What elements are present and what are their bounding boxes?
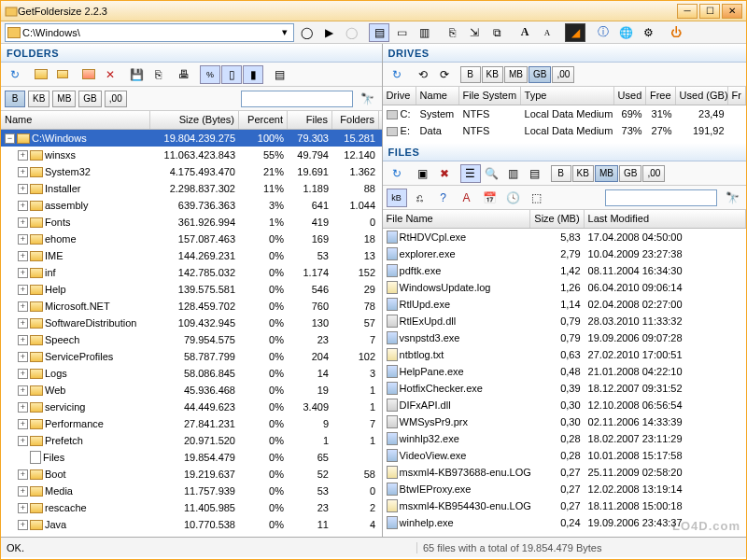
folder-row[interactable]: Media11.757.9390%530 (1, 483, 382, 499)
file-row[interactable]: DIFxAPI.dll0,3012.10.2008 06:56:54 (383, 397, 746, 413)
expander-icon[interactable] (18, 385, 28, 396)
file-row[interactable]: ntbtlog.txt0,6327.02.2010 17:00:51 (383, 346, 746, 363)
files-delete-button[interactable]: ✖ (434, 164, 455, 183)
filter-ext-button[interactable]: ⎌ (410, 189, 430, 207)
folder-row[interactable]: Logs58.086.8450%143 (1, 365, 382, 382)
file-row[interactable]: HotfixChecker.exe0,3918.12.2007 09:31:52 (383, 380, 746, 397)
bar-view-button[interactable]: ▯ (221, 65, 242, 84)
files-list-button[interactable]: ▤ (525, 164, 545, 183)
view-list-button[interactable]: ▭ (391, 23, 412, 42)
view-tree-button[interactable]: ▤ (369, 23, 389, 42)
expander-icon[interactable] (18, 167, 28, 177)
refresh-button[interactable]: ↻ (5, 65, 25, 84)
col-free-gb[interactable]: Fr (728, 87, 746, 105)
expander-icon[interactable] (18, 268, 28, 278)
folder-row[interactable]: rescache11.405.9850%232 (1, 499, 382, 516)
expander-icon[interactable] (18, 234, 28, 245)
files-unit-b[interactable]: B (551, 165, 571, 182)
folder-row[interactable]: winsxs11.063.423.84355%49.79412.140 (1, 147, 382, 163)
expander-icon[interactable] (5, 133, 15, 144)
folder-row[interactable]: Speech79.954.5750%237 (1, 331, 382, 348)
col-name[interactable]: Name (1, 111, 150, 129)
folder-row[interactable]: ServiceProfiles58.787.7990%204102 (1, 348, 382, 365)
folder-row[interactable]: IME144.269.2310%5313 (1, 247, 382, 264)
settings-button[interactable]: ⚙ (638, 23, 658, 42)
expander-icon[interactable] (18, 184, 28, 194)
expander-icon[interactable] (18, 419, 28, 429)
stop-button[interactable]: ◯ (341, 23, 361, 42)
folder-row[interactable]: servicing44.449.6230%3.4091 (1, 399, 382, 415)
col-filesize[interactable]: Size (MB) (530, 210, 585, 228)
folder-row[interactable]: C:\Windows19.804.239.275100%79.30315.281 (1, 130, 382, 147)
folder-row[interactable]: inf142.785.0320%1.174152 (1, 264, 382, 281)
file-row[interactable]: msxml4-KB954430-enu.LOG0,2718.11.2008 15… (383, 497, 746, 514)
files-unit-dec[interactable]: ,00 (642, 165, 665, 182)
folder-row[interactable]: Installer2.298.837.30211%1.18988 (1, 180, 382, 197)
folder-row[interactable]: Performance27.841.2310%97 (1, 415, 382, 432)
parent-folder-button[interactable] (52, 65, 73, 84)
expander-icon[interactable] (18, 402, 28, 413)
col-folders[interactable]: Folders (332, 111, 379, 129)
drives-refresh-button[interactable]: ↻ (387, 65, 407, 84)
path-input[interactable]: C:\Windows\ ▾ (5, 23, 294, 42)
file-row[interactable]: explorer.exe2,7910.04.2009 23:27:38 (383, 245, 746, 262)
col-modified[interactable]: Last Modified (585, 210, 746, 228)
file-row[interactable]: winhlp32.exe0,2818.02.2007 23:11:29 (383, 430, 746, 447)
drives-unit-dec[interactable]: ,00 (552, 66, 574, 83)
drives-disconnect-button[interactable]: ⟳ (434, 65, 455, 84)
drives-unit-kb[interactable]: KB (482, 66, 503, 83)
file-row[interactable]: VideoView.exe0,2810.01.2008 15:17:58 (383, 447, 746, 464)
files-unit-mb[interactable]: MB (595, 165, 618, 182)
drives-unit-b[interactable]: B (460, 66, 481, 83)
expander-icon[interactable] (18, 352, 28, 362)
folder-row[interactable]: Fonts361.926.9941%4190 (1, 214, 382, 231)
options-button[interactable]: ▤ (269, 65, 289, 84)
info-button[interactable]: ⓘ (593, 23, 613, 42)
folder-row[interactable]: Help139.575.5810%54629 (1, 281, 382, 298)
files-open-button[interactable]: ▣ (413, 164, 433, 183)
folder-row[interactable]: AppPatch9.106.4740%111 (1, 533, 382, 537)
expander-icon[interactable] (18, 318, 28, 329)
file-row[interactable]: HelpPane.exe0,4821.01.2008 04:22:10 (383, 363, 746, 380)
expander-icon[interactable] (18, 251, 28, 261)
col-free[interactable]: Free (646, 87, 676, 105)
col-filename[interactable]: File Name (383, 210, 530, 228)
unit-gb-button[interactable]: GB (78, 91, 101, 107)
filter-size-button[interactable]: kB (387, 189, 407, 207)
folder-row[interactable]: System324.175.493.47021%19.6911.362 (1, 163, 382, 180)
file-row[interactable]: BtwIEProxy.exe0,2712.02.2008 13:19:14 (383, 481, 746, 497)
files-detail-view[interactable]: ☰ (460, 164, 481, 183)
expander-icon[interactable] (18, 486, 28, 497)
expander-icon[interactable] (18, 335, 28, 345)
folder-row[interactable]: ehome157.087.4630%16918 (1, 231, 382, 247)
delete-button[interactable]: ✕ (100, 65, 120, 84)
folder-row[interactable]: Prefetch20.971.5200%11 (1, 432, 382, 449)
print-button[interactable]: 🖶 (174, 65, 194, 84)
expander-icon[interactable] (18, 537, 28, 538)
files-refresh-button[interactable]: ↻ (387, 164, 407, 183)
font-decrease-button[interactable]: A (537, 23, 557, 42)
drive-row[interactable]: E:DataNTFSLocal Data Medium73%27%191,92 (383, 122, 746, 139)
cascade-button[interactable]: ⧉ (486, 23, 507, 42)
file-row[interactable]: RtHDVCpl.exe5,8317.04.2008 04:50:00 (383, 229, 746, 245)
drives-unit-mb[interactable]: MB (504, 66, 528, 83)
folder-search-input[interactable] (241, 91, 353, 107)
unit-kb-button[interactable]: KB (28, 91, 49, 107)
col-fs[interactable]: File System (459, 87, 521, 105)
folder-row[interactable]: Boot19.219.6370%5258 (1, 466, 382, 483)
filter-text-button[interactable]: A (457, 189, 477, 207)
expander-icon[interactable] (18, 150, 28, 161)
files-preview-button[interactable]: 🔍 (482, 164, 502, 183)
view-split-button[interactable]: ▥ (414, 23, 434, 42)
col-drive-name[interactable]: Name (416, 87, 459, 105)
col-view-button[interactable]: ▮ (243, 65, 263, 84)
col-percent[interactable]: Percent (239, 111, 288, 129)
scan-button[interactable]: ◯ (296, 23, 317, 42)
filter-select-button[interactable]: ⬚ (527, 189, 547, 207)
files-search-input[interactable] (605, 189, 717, 206)
drive-row[interactable]: C:SystemNTFSLocal Data Medium69%31%23,49 (383, 105, 746, 122)
expander-icon[interactable] (18, 201, 28, 211)
expander-icon[interactable] (18, 285, 28, 295)
folder-row[interactable]: Files19.854.4790%65 (1, 449, 382, 466)
col-used[interactable]: Used (614, 87, 646, 105)
